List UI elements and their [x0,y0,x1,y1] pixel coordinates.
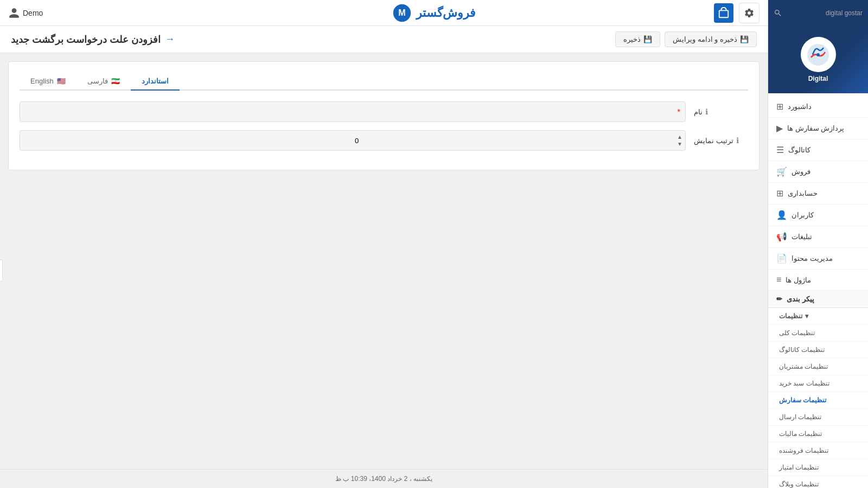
sidebar-item-label-dashboard: داشبورد [788,102,812,111]
sidebar-item-users[interactable]: کاربران 👤 [768,204,868,226]
sort-label-text: ترتیب نمایش [694,137,733,145]
sidebar-item-modules[interactable]: ماژول ها ≡ [768,269,868,291]
sort-input[interactable] [20,130,686,151]
sidebar-item-process-orders[interactable]: پردازش سفارش ها ▶ [768,118,868,139]
sidebar-item-label-shipping-settings: تنظیمات ارسال [779,413,821,421]
sidebar-navigation: داشبورد ⊞ پردازش سفارش ها ▶ کاتالوگ ☰ فر… [768,93,868,488]
sidebar-item-catalog-settings[interactable]: تنظیمات کاتالوگ [768,342,868,358]
digital-circle [801,37,836,72]
form-row-sort: ℹ ترتیب نمایش ▲ ▼ [20,130,748,151]
language-tabs: استاندارد 🇮🇷 فارسی 🇺🇸 English [20,73,748,91]
sidebar-item-dashboard[interactable]: داشبورد ⊞ [768,96,868,118]
sidebar-item-label-general-settings: تنظیمات کلی [779,329,815,337]
sidebar-site-title: digital gostar [826,9,863,17]
footer-datetime: یکشنبه ، 2 خرداد 1400، 10:39 ب ظ [335,475,432,483]
name-input[interactable] [20,101,686,122]
sort-label: ℹ ترتیب نمایش [694,136,748,145]
sidebar-item-label-accounting: حسابداری [788,189,818,197]
brand-icon: M [392,3,412,23]
sidebar-item-label-catalog: کاتالوگ [788,146,810,154]
sidebar-item-label-blog-settings: تنظیمات وبلاگ [779,480,819,488]
sidebar-item-shipping-settings[interactable]: تنظیمات ارسال [768,409,868,426]
tab-english-label: English [30,77,54,85]
catalog-icon: ☰ [776,145,784,155]
sidebar-item-tax-settings[interactable]: تنظیمات مالیات [768,426,868,442]
tab-english[interactable]: 🇺🇸 English [20,73,76,91]
back-arrow[interactable]: → [165,34,175,45]
info-icon-sort: ℹ [736,136,739,145]
search-icon-sidebar[interactable] [774,9,782,17]
config-section-header: پیکر بندی ✏ [768,291,868,308]
content-icon: 📄 [776,253,787,264]
ads-icon: 📢 [776,232,787,242]
briefcase-icon [718,7,730,19]
svg-rect-1 [816,53,820,56]
sidebar-item-sales[interactable]: فروش 🛒 [768,161,868,183]
settings-arrow: ▾ [805,312,808,320]
dashboard-icon: ⊞ [776,101,783,112]
flag-us: 🇺🇸 [57,77,66,85]
sidebar-item-ads[interactable]: تبلیغات 📢 [768,226,868,248]
sidebar-item-content[interactable]: مدیریت محتوا 📄 [768,248,868,269]
save-continue-button[interactable]: 💾 ذخیره و ادامه ویرایش [665,31,757,47]
save-button[interactable]: 💾 ذخیره [615,31,660,47]
sidebar-header: digital gostar [768,0,868,26]
sidebar-item-label-catalog-settings: تنظیمات کاتالوگ [779,346,825,354]
gear-icon [744,8,755,18]
save-continue-label: ذخیره و ادامه ویرایش [673,35,737,43]
sidebar-item-customer-settings[interactable]: تنظیمات مشتریان [768,358,868,375]
modules-icon: ≡ [776,275,781,285]
page-title-text: افزودن علت درخواست برگشت جدید [11,34,161,46]
sidebar-item-cart-settings[interactable]: تنظیمات سبد خرید [768,375,868,392]
page-footer: یکشنبه ، 2 خرداد 1400، 10:39 ب ظ [0,469,768,488]
sidebar-item-label-tax-settings: تنظیمات مالیات [779,430,822,438]
top-header: فروش‌گستر M Demo [0,0,768,26]
toolbar-buttons: 💾 ذخیره و ادامه ویرایش 💾 ذخیره [615,31,757,47]
tab-standard[interactable]: استاندارد [131,73,180,91]
sidebar-item-blog-settings[interactable]: تنظیمات وبلاگ [768,476,868,488]
sidebar-item-label-process-orders: پردازش سفارش ها [787,124,844,132]
pencil-icon: ✏ [776,295,782,303]
app-logo-icon [714,3,733,23]
sidebar-collapse-toggle[interactable]: › [0,260,3,281]
sidebar-item-label-cart-settings: تنظیمات سبد خرید [779,380,829,387]
play-icon: ▶ [776,123,783,133]
sidebar-item-points-settings[interactable]: تنظیمات امتیاز [768,459,868,476]
settings-button[interactable] [739,3,760,23]
cart-icon: 🛒 [776,166,787,177]
sidebar-item-label-customer-settings: تنظیمات مشتریان [779,363,828,370]
page-toolbar: 💾 ذخیره و ادامه ویرایش 💾 ذخیره → افزودن … [0,26,768,53]
header-right: Demo [8,7,43,19]
tab-farsi-label: فارسی [87,77,108,85]
accounting-icon: ⊞ [776,188,783,198]
users-icon: 👤 [776,210,787,220]
info-icon-name: ℹ [705,107,708,116]
sidebar-item-catalog[interactable]: کاتالوگ ☰ [768,139,868,161]
save-icon: 💾 [643,35,652,43]
sidebar-item-order-settings[interactable]: تنظیمات سفارش [768,392,868,409]
sidebar-item-accounting[interactable]: حسابداری ⊞ [768,183,868,204]
sort-arrows: ▲ ▼ [676,134,683,147]
digital-label: Digital [808,75,828,82]
sidebar-item-label-ads: تبلیغات [792,233,812,241]
save-continue-icon: 💾 [740,35,749,43]
name-input-wrapper: * [20,101,686,122]
sidebar-item-vendor-settings[interactable]: تنظیمات فروشنده [768,442,868,459]
required-star: * [678,107,680,116]
sidebar-item-label-sales: فروش [792,168,810,176]
sidebar-item-label-settings: تنظیمات [779,312,802,320]
name-label: ℹ نام [694,107,748,116]
tab-standard-label: استاندارد [142,77,169,85]
name-label-text: نام [694,108,703,116]
config-section-label: پیکر بندی [787,295,814,303]
sidebar-item-label-content: مدیریت محتوا [792,254,833,262]
save-label: ذخیره [623,35,641,43]
sort-down-arrow[interactable]: ▼ [676,141,683,147]
sidebar-item-general-settings[interactable]: تنظیمات کلی [768,325,868,342]
sort-up-arrow[interactable]: ▲ [676,134,683,140]
tab-farsi[interactable]: 🇮🇷 فارسی [76,73,131,91]
sidebar-item-label-points-settings: تنظیمات امتیاز [779,464,819,471]
main-area: فروش‌گستر M Demo 💾 ذخیره و ادامه ویرایش [0,0,768,488]
sort-input-wrapper: ▲ ▼ [20,130,686,151]
sidebar-item-settings[interactable]: ▾ تنظیمات [768,308,868,325]
